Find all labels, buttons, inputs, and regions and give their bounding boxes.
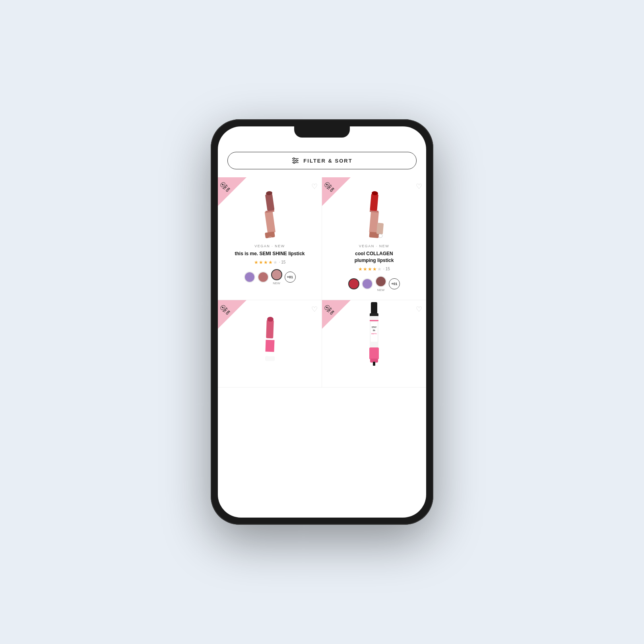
phone-frame: FILTER & SORT TRY ON: [211, 119, 433, 525]
color-swatches-1: NEW +01: [244, 269, 296, 285]
svg-point-4: [296, 160, 297, 161]
filter-icon: [291, 157, 299, 164]
wishlist-button-4[interactable]: ♡: [416, 305, 422, 314]
wishlist-button-3[interactable]: ♡: [311, 305, 318, 314]
stars-1: ★ ★ ★ ★ ★: [254, 260, 277, 265]
product-rating-2: ★ ★ ★ ★ ★ · 15: [358, 266, 390, 272]
product-rating-1: ★ ★ ★ ★ ★ · 15: [254, 260, 286, 265]
swatch-2-3-label: NEW: [377, 288, 385, 292]
svg-text:STAY: STAY: [372, 326, 377, 328]
filter-sort-button[interactable]: FILTER & SORT: [227, 152, 417, 169]
product-name-1[interactable]: this is me. SEMI SHINE lipstick: [235, 250, 305, 257]
rating-count-2: · 15: [383, 267, 390, 271]
product-tags-1: VEGAN · NEW: [254, 244, 285, 248]
swatch-2-3[interactable]: [375, 276, 386, 287]
svg-rect-25: [370, 313, 378, 316]
svg-text:MATTE: MATTE: [371, 333, 377, 335]
swatch-1-3[interactable]: [271, 269, 282, 280]
svg-rect-6: [264, 211, 275, 233]
svg-point-3: [293, 158, 295, 159]
svg-rect-10: [265, 231, 275, 238]
svg-rect-17: [376, 223, 384, 234]
mascara-svg: STAY 8h MATTE: [364, 302, 384, 366]
product-card-1: TRY ON ♡: [218, 177, 322, 300]
svg-rect-20: [265, 339, 274, 352]
svg-rect-21: [266, 320, 274, 338]
swatch-2-2[interactable]: [362, 278, 373, 289]
svg-text:8h: 8h: [373, 329, 375, 332]
svg-rect-27: [370, 320, 378, 321]
svg-rect-32: [369, 347, 379, 359]
products-grid: TRY ON ♡: [218, 177, 426, 388]
lipstick-1-svg: [256, 181, 284, 241]
swatch-2-1[interactable]: [348, 278, 359, 289]
svg-point-5: [293, 162, 295, 163]
svg-point-18: [378, 234, 383, 238]
swatch-1-3-label: NEW: [273, 281, 280, 285]
swatch-more-1[interactable]: +01: [285, 272, 296, 283]
color-swatches-2: NEW +01: [348, 276, 400, 292]
swatch-1-2[interactable]: [258, 272, 269, 283]
lipstick-3-svg: [256, 304, 284, 364]
wishlist-button-1[interactable]: ♡: [311, 182, 318, 191]
svg-rect-34: [373, 362, 375, 366]
phone-screen: FILTER & SORT TRY ON: [218, 126, 426, 518]
product-tags-2: VEGAN · NEW: [359, 244, 390, 248]
wishlist-button-2[interactable]: ♡: [416, 182, 422, 191]
svg-rect-8: [265, 194, 274, 211]
swatch-1-1[interactable]: [244, 272, 255, 283]
svg-rect-24: [371, 302, 377, 314]
product-name-2[interactable]: cool COLLAGENplumping lipstick: [355, 250, 394, 264]
product-card-3: TRY ON ♡: [218, 300, 322, 388]
product-card-2: TRY ON ♡: [322, 177, 426, 300]
rating-count-1: · 15: [279, 260, 286, 264]
filter-sort-label: FILTER & SORT: [303, 158, 352, 164]
stars-2: ★ ★ ★ ★ ★: [358, 266, 382, 272]
lipstick-2-svg: [360, 181, 388, 241]
filter-bar: FILTER & SORT: [218, 145, 426, 177]
svg-rect-23: [265, 356, 274, 361]
swatch-more-2[interactable]: +01: [389, 278, 400, 289]
phone-notch: [294, 126, 350, 138]
screen-content: FILTER & SORT TRY ON: [218, 126, 426, 518]
product-card-4: TRY ON ♡: [322, 300, 426, 388]
svg-rect-14: [370, 194, 378, 211]
svg-rect-28: [370, 322, 378, 342]
